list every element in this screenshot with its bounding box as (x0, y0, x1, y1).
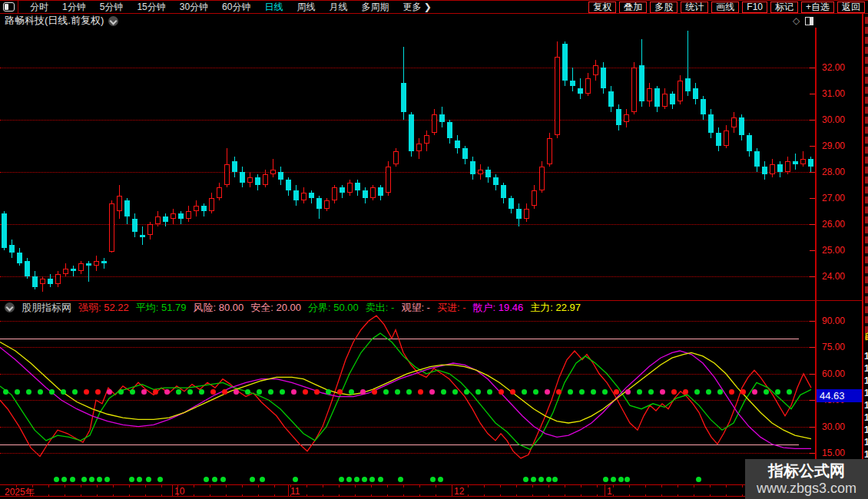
date-tick (177, 494, 178, 497)
indicator-name[interactable]: 股朋指标网 (22, 302, 71, 313)
toolbar-button-多股[interactable]: 多股 (650, 2, 678, 13)
date-tick (629, 485, 630, 487)
candle (94, 261, 99, 266)
indicator-field: 分界: 50.00 (308, 302, 359, 313)
candle (32, 276, 38, 287)
candle (693, 88, 698, 99)
date-tick (113, 485, 114, 487)
month-label-12: 12 (454, 486, 464, 497)
buy-signal-dot (354, 477, 359, 482)
level-dot (671, 389, 677, 395)
date-tick (48, 494, 49, 497)
candle (117, 196, 122, 211)
level-dot (176, 389, 181, 395)
candle (178, 213, 184, 219)
candle (378, 187, 383, 195)
candle (263, 174, 268, 185)
diamond-icon[interactable]: ◇ (793, 15, 800, 26)
toolbar-button-+自选[interactable]: +自选 (801, 2, 834, 13)
date-tick (645, 485, 646, 487)
toolbar-button-复权[interactable]: 复权 (588, 2, 616, 13)
level-dot (38, 389, 43, 395)
date-tick (661, 485, 662, 487)
level-dot (326, 389, 331, 395)
period-item-日线[interactable]: 日线 (257, 0, 290, 15)
level-dot (464, 389, 469, 395)
indicator-field: 风险: 80.00 (194, 302, 244, 313)
right-sidebar-edge[interactable]: 自 111111111111 (862, 14, 868, 499)
split-pane-icon[interactable] (805, 17, 813, 25)
panel-toggle-icon[interactable] (3, 2, 15, 12)
toolbar-button-叠加[interactable]: 叠加 (619, 2, 647, 13)
level-dot (372, 389, 377, 395)
level-dot (337, 389, 343, 395)
date-tick (597, 485, 598, 487)
date-tick (274, 494, 275, 497)
toolbar-button-画线[interactable]: 画线 (711, 2, 739, 13)
buy-signal-dot (204, 477, 209, 482)
level-dot (314, 389, 320, 395)
level-dot (84, 389, 89, 395)
period-item-周线[interactable]: 周线 (290, 0, 322, 15)
self-select-tab[interactable]: 自 (864, 330, 868, 343)
period-item-1分钟[interactable]: 1分钟 (55, 0, 93, 15)
period-item-60分钟[interactable]: 60分钟 (215, 0, 257, 15)
date-tick (597, 494, 598, 497)
period-item-15分钟[interactable]: 15分钟 (130, 0, 172, 15)
watermark-url: www.zbgs3.com (757, 480, 856, 497)
price-tick (810, 198, 815, 199)
date-tick (306, 494, 307, 497)
date-tick (97, 494, 98, 497)
candle (25, 261, 30, 276)
level-dot (637, 389, 642, 395)
toolbar-button-标记[interactable]: 标记 (770, 2, 798, 13)
buy-signal-dot (523, 477, 528, 482)
candle (585, 78, 591, 94)
level-dot (234, 389, 239, 395)
period-item-分时[interactable]: 分时 (23, 0, 55, 15)
period-item-更多 ❯[interactable]: 更多 ❯ (396, 0, 438, 15)
date-tick (129, 485, 130, 487)
date-tick (548, 485, 549, 487)
chart-corner-icons: ◇ (793, 15, 813, 26)
gridline-26 (0, 224, 814, 225)
date-tick (387, 494, 388, 497)
price-label-25.00: 25.00 (822, 246, 862, 255)
candle (432, 114, 437, 133)
indicator-lines (0, 313, 814, 459)
candle (654, 88, 660, 107)
date-tick (468, 485, 469, 487)
period-item-5分钟[interactable]: 5分钟 (93, 0, 131, 15)
level-dot (510, 389, 515, 395)
toolbar-button-统计[interactable]: 统计 (681, 2, 708, 13)
date-axis (0, 484, 814, 497)
date-tick (452, 485, 452, 487)
candle (63, 269, 68, 274)
buy-signal-dot (70, 477, 75, 482)
period-item-30分钟[interactable]: 30分钟 (173, 0, 215, 15)
date-tick (565, 494, 565, 497)
price-tick (810, 172, 815, 173)
candle (731, 117, 737, 128)
candle (301, 193, 306, 200)
stock-title[interactable]: 路畅科技(日线.前复权) (5, 14, 104, 28)
toolbar-button-返回[interactable]: 返回 (837, 2, 865, 13)
candle (670, 94, 675, 104)
buy-signal-dot (250, 477, 255, 482)
date-tick (484, 494, 485, 497)
month-label-11: 11 (290, 486, 300, 497)
date-tick (177, 485, 178, 487)
chevron-down-icon[interactable] (108, 16, 118, 26)
candle (186, 211, 191, 219)
indicator-plot[interactable] (0, 313, 814, 459)
level-dot (648, 389, 654, 395)
toolbar-button-F10[interactable]: F10 (742, 2, 767, 13)
period-item-月线[interactable]: 月线 (322, 0, 354, 15)
date-tick (16, 485, 17, 487)
candlestick-chart[interactable] (0, 28, 814, 299)
indicator-collapse-icon[interactable] (5, 302, 15, 312)
period-item-多周期[interactable]: 多周期 (354, 0, 396, 15)
level-dot (395, 389, 400, 395)
date-tick (258, 485, 259, 487)
candle (217, 187, 222, 198)
